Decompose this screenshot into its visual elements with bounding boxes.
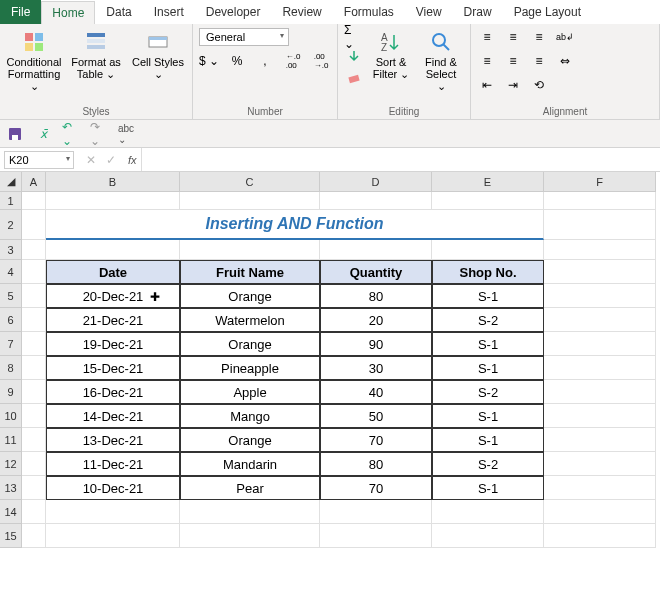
decrease-decimal-button[interactable]: .00→.0 <box>311 52 331 70</box>
cell[interactable] <box>544 356 656 380</box>
cell[interactable] <box>180 500 320 524</box>
cell[interactable] <box>320 500 432 524</box>
cell[interactable]: Orange <box>180 332 320 356</box>
col-header-E[interactable]: E <box>432 172 544 192</box>
row-header-10[interactable]: 10 <box>0 404 22 428</box>
cell[interactable] <box>544 500 656 524</box>
header-qty[interactable]: Quantity <box>320 260 432 284</box>
comma-format-button[interactable]: , <box>255 52 275 70</box>
cell[interactable]: 80 <box>320 452 432 476</box>
cell[interactable] <box>544 404 656 428</box>
mean-icon[interactable]: x̄ <box>34 125 52 143</box>
cell[interactable] <box>46 524 180 548</box>
header-shop[interactable]: Shop No. <box>432 260 544 284</box>
format-as-table-button[interactable]: Format as Table ⌄ <box>68 28 124 83</box>
increase-indent-button[interactable]: ⇥ <box>503 76 523 94</box>
tab-review[interactable]: Review <box>271 0 332 24</box>
cell[interactable] <box>180 192 320 210</box>
cell[interactable]: Orange <box>180 284 320 308</box>
cell[interactable] <box>22 524 46 548</box>
cell[interactable]: 30 <box>320 356 432 380</box>
align-middle-button[interactable]: ≡ <box>503 28 523 46</box>
sort-filter-button[interactable]: AZ Sort & Filter ⌄ <box>370 28 412 83</box>
row-header-7[interactable]: 7 <box>0 332 22 356</box>
cell[interactable]: S-1 <box>432 404 544 428</box>
cell[interactable]: Mandarin <box>180 452 320 476</box>
enter-icon[interactable]: ✓ <box>106 153 116 167</box>
cell[interactable]: 20-Dec-21 <box>46 284 180 308</box>
cell[interactable] <box>544 380 656 404</box>
tab-page-layout[interactable]: Page Layout <box>503 0 592 24</box>
cell[interactable] <box>320 524 432 548</box>
row-header-2[interactable]: 2 <box>0 210 22 240</box>
tab-view[interactable]: View <box>405 0 453 24</box>
percent-format-button[interactable]: % <box>227 52 247 70</box>
cell[interactable]: Apple <box>180 380 320 404</box>
cell[interactable]: 80 <box>320 284 432 308</box>
tab-draw[interactable]: Draw <box>453 0 503 24</box>
wrap-text-button[interactable]: ab↲ <box>555 28 575 46</box>
cell[interactable] <box>432 192 544 210</box>
cell[interactable] <box>22 500 46 524</box>
cell[interactable] <box>544 308 656 332</box>
cell[interactable]: 19-Dec-21 <box>46 332 180 356</box>
row-header-12[interactable]: 12 <box>0 452 22 476</box>
merge-center-button[interactable]: ⇔ <box>555 52 575 70</box>
row-header-11[interactable]: 11 <box>0 428 22 452</box>
col-header-D[interactable]: D <box>320 172 432 192</box>
cell[interactable]: Orange <box>180 428 320 452</box>
cell[interactable]: 70 <box>320 428 432 452</box>
cell[interactable] <box>46 500 180 524</box>
cell[interactable] <box>544 240 656 260</box>
row-header-13[interactable]: 13 <box>0 476 22 500</box>
cell-styles-button[interactable]: Cell Styles ⌄ <box>130 28 186 83</box>
row-header-5[interactable]: 5 <box>0 284 22 308</box>
accounting-format-button[interactable]: $ ⌄ <box>199 52 219 70</box>
save-button[interactable] <box>6 125 24 143</box>
cell[interactable] <box>432 240 544 260</box>
col-header-F[interactable]: F <box>544 172 656 192</box>
cell[interactable]: S-1 <box>432 476 544 500</box>
cell[interactable]: 11-Dec-21 <box>46 452 180 476</box>
tab-data[interactable]: Data <box>95 0 142 24</box>
formula-bar[interactable] <box>141 148 660 171</box>
name-box[interactable]: K20 <box>4 151 74 169</box>
cell[interactable]: S-1 <box>432 356 544 380</box>
undo-button[interactable]: ↶ ⌄ <box>62 125 80 143</box>
cell[interactable] <box>432 500 544 524</box>
decrease-indent-button[interactable]: ⇤ <box>477 76 497 94</box>
cell[interactable] <box>432 524 544 548</box>
header-date[interactable]: Date <box>46 260 180 284</box>
cell[interactable] <box>22 428 46 452</box>
cell[interactable] <box>22 476 46 500</box>
cell[interactable]: 20 <box>320 308 432 332</box>
row-header-15[interactable]: 15 <box>0 524 22 548</box>
col-header-B[interactable]: B <box>46 172 180 192</box>
cell[interactable] <box>320 192 432 210</box>
align-top-button[interactable]: ≡ <box>477 28 497 46</box>
align-bottom-button[interactable]: ≡ <box>529 28 549 46</box>
cell[interactable]: Mango <box>180 404 320 428</box>
autosum-button[interactable]: Σ ⌄ <box>344 28 364 46</box>
cell[interactable]: S-1 <box>432 332 544 356</box>
col-header-C[interactable]: C <box>180 172 320 192</box>
cell[interactable]: 14-Dec-21 <box>46 404 180 428</box>
tab-insert[interactable]: Insert <box>143 0 195 24</box>
fill-button[interactable] <box>344 48 364 66</box>
cell[interactable]: 50 <box>320 404 432 428</box>
cell[interactable] <box>320 240 432 260</box>
row-header-8[interactable]: 8 <box>0 356 22 380</box>
row-header-3[interactable]: 3 <box>0 240 22 260</box>
row-header-6[interactable]: 6 <box>0 308 22 332</box>
row-header-1[interactable]: 1 <box>0 192 22 210</box>
cell[interactable]: 90 <box>320 332 432 356</box>
cell[interactable]: 21-Dec-21 <box>46 308 180 332</box>
cell[interactable]: S-2 <box>432 308 544 332</box>
cell[interactable]: 13-Dec-21 <box>46 428 180 452</box>
cell[interactable] <box>544 332 656 356</box>
select-all-corner[interactable]: ◢ <box>0 172 22 192</box>
cell[interactable] <box>22 192 46 210</box>
cell[interactable] <box>22 210 46 240</box>
cell[interactable]: S-2 <box>432 452 544 476</box>
cell[interactable]: 16-Dec-21 <box>46 380 180 404</box>
